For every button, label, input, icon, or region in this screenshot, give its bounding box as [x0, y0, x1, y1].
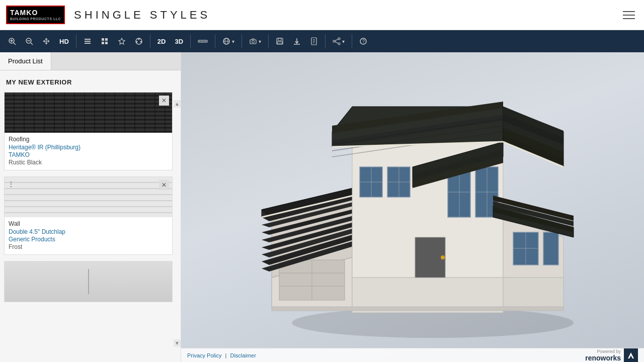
roofing-product-info: Roofing Heritage® IR (Phillipsburg) TAMK… [5, 133, 172, 170]
hamburger-button[interactable] [620, 8, 638, 22]
product-list-content: MY NEW EXTERIOR ✕ Roofing Heritage® IR (… [0, 70, 181, 362]
svg-rect-31 [278, 38, 281, 41]
hd-button[interactable]: HD [55, 36, 73, 47]
separator-7 [325, 34, 326, 48]
svg-line-42 [335, 39, 338, 41]
svg-rect-13 [105, 42, 108, 44]
footer: Privacy Policy | Disclaimer Powered by r… [181, 348, 644, 362]
separator-6 [268, 34, 269, 48]
section-title: MY NEW EXTERIOR [4, 74, 173, 92]
third-texture-image [5, 261, 172, 302]
view-2d-button[interactable]: 2D [153, 36, 170, 47]
scroll-up-button[interactable]: ▲ [174, 100, 181, 108]
canvas-area: Privacy Policy | Disclaimer Powered by r… [181, 52, 644, 362]
roofing-texture-image [5, 93, 172, 133]
wall-texture-image [5, 177, 172, 217]
house-container [181, 52, 644, 362]
separator-4 [215, 34, 215, 48]
footer-powered: Powered by renoworks [585, 348, 638, 363]
svg-rect-97 [543, 232, 558, 265]
wall-brand[interactable]: Generic Products [9, 236, 168, 243]
list-view-button[interactable] [79, 34, 96, 48]
svg-marker-14 [119, 38, 125, 44]
powered-by-text: Powered by [597, 349, 621, 354]
share-dropdown[interactable] [329, 34, 349, 48]
svg-point-29 [252, 41, 255, 43]
privacy-policy-link[interactable]: Privacy Policy [187, 352, 221, 358]
camera-dropdown[interactable] [245, 34, 265, 48]
svg-marker-95 [503, 278, 564, 308]
main-area: Product List ▲ MY NEW EXTERIOR ✕ Roofing… [0, 52, 644, 362]
zoom-out-button[interactable] [21, 34, 37, 48]
separator-2 [150, 34, 150, 48]
wall-name[interactable]: Double 4.5" Dutchlap [9, 228, 168, 235]
remove-roofing-button[interactable]: ✕ [159, 96, 169, 106]
house-3d-view [221, 66, 604, 348]
svg-rect-107 [272, 307, 564, 311]
zoom-in-button[interactable] [4, 34, 20, 48]
logo: TAMKO BUILDING PRODUCTS LLC SHINGLE STYL… [6, 6, 210, 24]
save-button[interactable] [272, 34, 288, 48]
svg-point-18 [136, 41, 137, 43]
move-button[interactable] [38, 34, 54, 48]
app-header: TAMKO BUILDING PRODUCTS LLC SHINGLE STYL… [0, 0, 644, 30]
svg-rect-30 [277, 38, 283, 44]
view-3d-button[interactable]: 3D [171, 36, 187, 47]
third-card-bar [88, 269, 89, 294]
favorites-button[interactable] [114, 34, 130, 48]
logo-brand: TAMKO [10, 9, 61, 17]
svg-rect-7 [85, 39, 91, 40]
footer-links: Privacy Policy | Disclaimer [187, 352, 256, 358]
help-button[interactable]: ? [355, 34, 371, 48]
svg-point-39 [338, 38, 340, 40]
svg-rect-9 [85, 43, 91, 44]
globe-dropdown[interactable] [218, 34, 238, 48]
renoworks-icon [624, 348, 638, 363]
product-list-tab[interactable]: Product List [0, 52, 51, 70]
separator-3 [190, 34, 191, 48]
hamburger-line-3 [623, 18, 635, 19]
logo-sub: BUILDING PRODUCTS LLC [10, 17, 61, 21]
product-card-roofing: ✕ Roofing Heritage® IR (Phillipsburg) TA… [4, 92, 173, 170]
tab-bar: Product List [0, 52, 181, 70]
svg-point-17 [140, 41, 141, 43]
hamburger-line-1 [623, 11, 635, 12]
remove-wall-button[interactable]: ✕ [159, 180, 169, 190]
svg-rect-32 [277, 42, 282, 44]
disclaimer-link[interactable]: Disclaimer [230, 352, 256, 358]
svg-rect-11 [105, 38, 108, 41]
grid-view-button[interactable] [97, 34, 113, 48]
renoworks-name: renoworks [585, 354, 621, 362]
separator-1 [76, 34, 76, 48]
hamburger-line-2 [623, 15, 635, 16]
svg-point-41 [338, 43, 340, 45]
document-button[interactable] [306, 34, 322, 48]
download-button[interactable] [289, 34, 305, 48]
svg-rect-8 [85, 41, 91, 42]
wall-product-info: Wall Double 4.5" Dutchlap Generic Produc… [5, 217, 172, 254]
product-card-third [4, 261, 173, 302]
measure-button[interactable] [194, 34, 212, 48]
svg-line-1 [14, 43, 16, 45]
toolbar: HD 2D 3D ? [0, 30, 644, 52]
roofing-brand[interactable]: TAMKO [9, 151, 168, 158]
separator-5 [242, 34, 242, 48]
svg-point-40 [333, 40, 335, 42]
scroll-down-button[interactable]: ▼ [174, 339, 181, 347]
svg-line-5 [31, 43, 33, 45]
svg-point-16 [138, 39, 139, 40]
footer-separator: | [225, 352, 227, 358]
roofing-name[interactable]: Heritage® IR (Phillipsburg) [9, 144, 168, 151]
roofing-color: Rustic Black [9, 159, 168, 166]
svg-rect-10 [102, 38, 104, 41]
separator-8 [352, 34, 352, 48]
wall-menu-button[interactable]: ⋮ [8, 180, 15, 188]
wall-color: Frost [9, 243, 168, 250]
palette-button[interactable] [131, 34, 147, 48]
svg-rect-12 [102, 42, 104, 44]
wall-type: Wall [9, 220, 168, 227]
renoworks-logo: Powered by renoworks [585, 349, 621, 362]
app-title: SHINGLE STYLES [74, 9, 210, 22]
svg-text:?: ? [362, 39, 365, 44]
svg-line-43 [335, 42, 338, 43]
